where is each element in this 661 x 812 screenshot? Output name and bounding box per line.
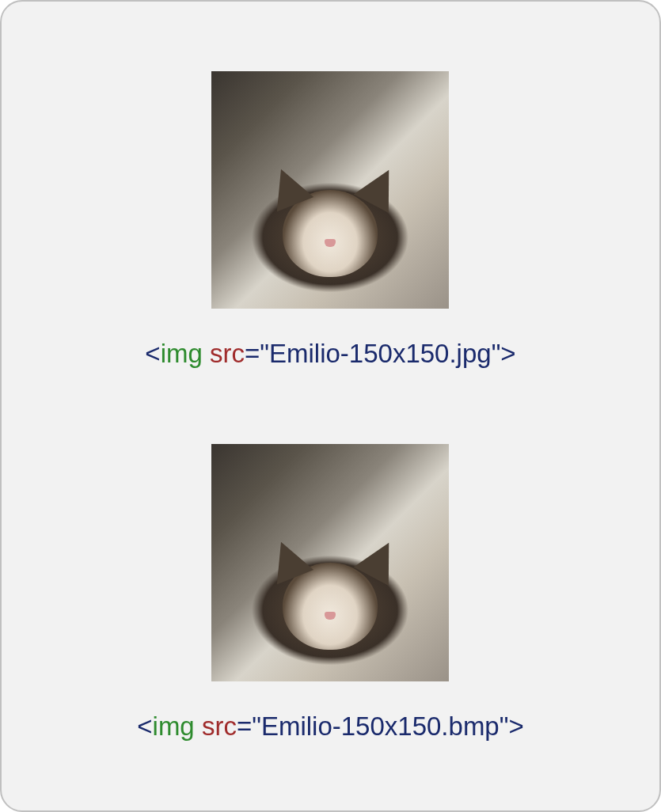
code-open-bracket: < [145, 339, 160, 368]
code-tag-name: img [153, 711, 195, 741]
code-equals: = [245, 339, 260, 368]
code-open-bracket: < [137, 711, 152, 741]
cat-image-bmp [211, 444, 449, 681]
code-space [203, 339, 210, 368]
example-bmp: <img src="Emilio-150x150.bmp"> [137, 444, 523, 742]
decoration [325, 239, 336, 247]
code-close-bracket: > [500, 339, 515, 368]
code-attr-value: "Emilio-150x150.bmp" [252, 711, 508, 741]
decoration [263, 161, 313, 211]
decoration [354, 533, 407, 586]
code-equals: = [237, 711, 252, 741]
cat-image-jpg [211, 71, 449, 309]
code-attr-name: src [210, 339, 245, 368]
code-close-bracket: > [508, 711, 523, 741]
decoration [354, 161, 407, 213]
code-tag-name: img [161, 339, 203, 368]
code-snippet-jpg: <img src="Emilio-150x150.jpg"> [145, 339, 515, 369]
code-snippet-bmp: <img src="Emilio-150x150.bmp"> [137, 711, 523, 742]
decoration [325, 612, 336, 620]
code-attr-value: "Emilio-150x150.jpg" [260, 339, 500, 368]
decoration [263, 534, 313, 584]
code-attr-name: src [202, 711, 237, 741]
examples-panel: <img src="Emilio-150x150.jpg"> <img src=… [0, 0, 661, 812]
example-jpg: <img src="Emilio-150x150.jpg"> [145, 71, 515, 369]
code-space [195, 711, 202, 741]
